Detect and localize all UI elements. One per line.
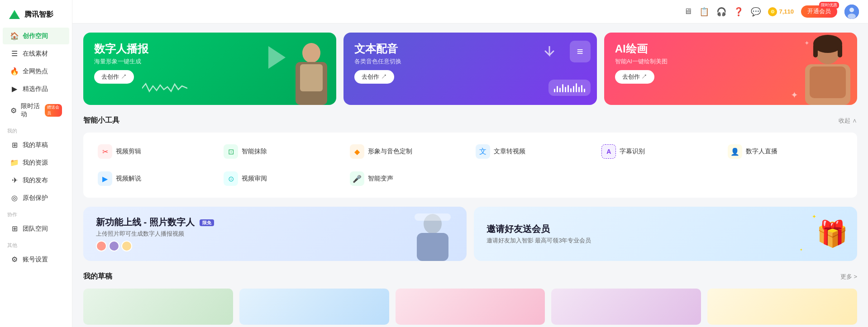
svg-marker-1 [9, 12, 20, 19]
tool-avatar-voice[interactable]: ◆ 形象与音色定制 [346, 142, 468, 161]
banner-text-tts: 文本配音 各类音色任意切换 去创作 ↗ ≡ [343, 33, 596, 105]
promo-tag-1: 限免 [200, 219, 214, 226]
gift-box-decoration: 🎁 [816, 219, 848, 249]
tools-row-2: ▶ 视频解说 ⊙ 视频审阅 🎤 智能变声 [94, 169, 846, 189]
headphone-icon[interactable]: 🎧 [716, 7, 726, 17]
video-review-icon: ⊙ [224, 171, 238, 186]
tool-voice-change[interactable]: 🎤 智能变声 [346, 169, 468, 189]
article-video-icon: 文 [476, 144, 490, 159]
banner-cta-2[interactable]: 去创作 ↗ [354, 70, 394, 84]
gear-icon: ⚙ [10, 106, 17, 115]
promo-row: 新功能上线 - 照片数字人 限免 上传照片即可生成数字人播报视频 [83, 207, 857, 261]
mini-avatar-2 [109, 241, 119, 251]
coin-icon: ⊙ [768, 7, 777, 16]
svg-rect-17 [415, 213, 451, 221]
question-icon[interactable]: ❓ [734, 7, 744, 17]
digital-live-icon: 👤 [728, 144, 742, 159]
home-icon: 🏠 [10, 32, 19, 40]
user-avatar[interactable] [844, 5, 859, 19]
video-narrate-icon: ▶ [98, 171, 112, 186]
avatar-svg [844, 5, 859, 19]
play-decoration [268, 46, 286, 71]
avatar-stack [96, 241, 214, 251]
promo-title-2: 邀请好友送会员 [486, 223, 591, 235]
promo-text-right: 邀请好友送会员 邀请好友加入智影 最高可领3年专业会员 [486, 223, 591, 245]
clipboard-icon[interactable]: 📋 [699, 7, 709, 17]
send-icon: ✈ [10, 176, 19, 185]
sidebar-item-team-space[interactable]: ⊞ 团队空间 [3, 220, 69, 237]
play-icon: ▶ [10, 85, 19, 93]
app-logo-icon [7, 8, 22, 21]
other-section-label: 其他 [0, 237, 72, 251]
draft-item-3[interactable] [396, 289, 545, 325]
sidebar-item-limited-activity[interactable]: ⚙ 限时活动 赠送会员 [3, 98, 69, 123]
video-edit-icon: ✂ [98, 144, 112, 159]
tool-video-review[interactable]: ⊙ 视频审阅 [220, 169, 342, 189]
tools-collapse-btn[interactable]: 收起 ∧ [839, 117, 857, 125]
banner-ai-painting: AI绘画 智能AI一键绘制美图 去创作 ↗ [604, 33, 857, 105]
logo-area: 腾讯智影 [0, 0, 72, 27]
monitor-icon[interactable]: 🖥 [684, 7, 692, 16]
promo-person-decoration [412, 211, 453, 261]
sidebar-item-my-resources[interactable]: 📁 我的资源 [3, 154, 69, 171]
banner-cta-1[interactable]: 去创作 ↗ [94, 70, 134, 84]
person-decoration [286, 39, 336, 105]
tool-article-video[interactable]: 文 文章转视频 [472, 142, 594, 161]
star-decoration-2: ✦ [804, 39, 810, 47]
tool-smart-erase[interactable]: ⊡ 智能抹除 [220, 142, 342, 161]
tools-section-header: 智能小工具 收起 ∧ [83, 116, 857, 125]
coins-display: ⊙ 7,110 [768, 7, 794, 16]
svg-rect-8 [300, 64, 323, 91]
banner-cta-3[interactable]: 去创作 ↗ [615, 70, 655, 84]
sidebar-item-online-assets[interactable]: ☰ 在线素材 [3, 45, 69, 62]
tool-digital-live[interactable]: 👤 数字人直播 [724, 142, 846, 161]
collab-section-label: 协作 [0, 207, 72, 220]
avatar-voice-icon: ◆ [350, 144, 364, 159]
promo-photo-digital[interactable]: 新功能上线 - 照片数字人 限免 上传照片即可生成数字人播报视频 [83, 207, 467, 261]
drafts-more-btn[interactable]: 更多 > [840, 273, 857, 281]
vip-tip-label: 限时优惠 [819, 2, 839, 9]
star-deco: ✦ [812, 213, 816, 220]
svg-point-4 [848, 14, 856, 19]
tool-video-edit[interactable]: ✂ 视频剪辑 [94, 142, 216, 161]
wave-decoration [548, 80, 591, 96]
sidebar-item-account-settings[interactable]: ⚙ 账号设置 [3, 251, 69, 268]
draft-item-1[interactable] [83, 289, 233, 325]
content-area: 数字人播报 海量形象一键生成 去创作 ↗ [72, 24, 868, 327]
sidebar-item-hot-topics[interactable]: 🔥 全网热点 [3, 63, 69, 80]
tool-video-narrate[interactable]: ▶ 视频解说 [94, 169, 216, 189]
svg-rect-13 [813, 44, 818, 57]
tool-subtitle[interactable]: A 字幕识别 [598, 142, 720, 161]
draft-item-4[interactable] [551, 289, 701, 325]
draft-thumb-5 [707, 289, 857, 325]
sidebar-item-my-drafts[interactable]: ⊞ 我的草稿 [3, 137, 69, 153]
star-decoration: ✦ [791, 90, 798, 100]
main-area: 🖥 📋 🎧 ❓ 💬 ⊙ 7,110 限时优惠 开通会员 数字人 [72, 0, 868, 327]
draft-thumb-1 [83, 289, 233, 325]
sidebar-item-featured-works[interactable]: ▶ 精选作品 [3, 81, 69, 97]
chat-icon[interactable]: 💬 [751, 7, 761, 17]
promo-invite-friends[interactable]: 邀请好友送会员 邀请好友加入智影 最高可领3年专业会员 🎁 ✦ ✦ [474, 207, 857, 261]
draft-item-5[interactable] [707, 289, 857, 325]
vip-button[interactable]: 限时优惠 开通会员 [801, 5, 837, 18]
header: 🖥 📋 🎧 ❓ 💬 ⊙ 7,110 限时优惠 开通会员 [72, 0, 868, 24]
sidebar-item-creation-space[interactable]: 🏠 创作空间 [3, 28, 69, 44]
sidebar-item-my-publish[interactable]: ✈ 我的发布 [3, 172, 69, 189]
sidebar-item-original-protect[interactable]: ◎ 原创保护 [3, 190, 69, 206]
grid-icon: ⊞ [10, 141, 19, 149]
tools-row-1: ✂ 视频剪辑 ⊡ 智能抹除 ◆ 形象与音色定制 文 文章转视频 [94, 142, 846, 161]
drafts-section-header: 我的草稿 更多 > [83, 272, 857, 281]
my-section-label: 我的 [0, 123, 72, 136]
promo-text-left: 新功能上线 - 照片数字人 限免 上传照片即可生成数字人播报视频 [96, 216, 214, 251]
folder-icon: 📁 [10, 158, 19, 167]
drafts-grid [83, 289, 857, 325]
banner-grid: 数字人播报 海量形象一键生成 去创作 ↗ [83, 33, 857, 105]
draft-item-2[interactable] [239, 289, 389, 325]
waveform-decoration [142, 81, 187, 97]
tools-container: ✂ 视频剪辑 ⊡ 智能抹除 ◆ 形象与音色定制 文 文章转视频 [83, 133, 857, 198]
drafts-section: 我的草稿 更多 > [83, 272, 857, 325]
tools-section-title: 智能小工具 [83, 116, 119, 125]
svg-point-3 [849, 8, 854, 12]
voice-change-icon: 🎤 [350, 171, 364, 186]
settings-icon: ⚙ [10, 255, 19, 264]
